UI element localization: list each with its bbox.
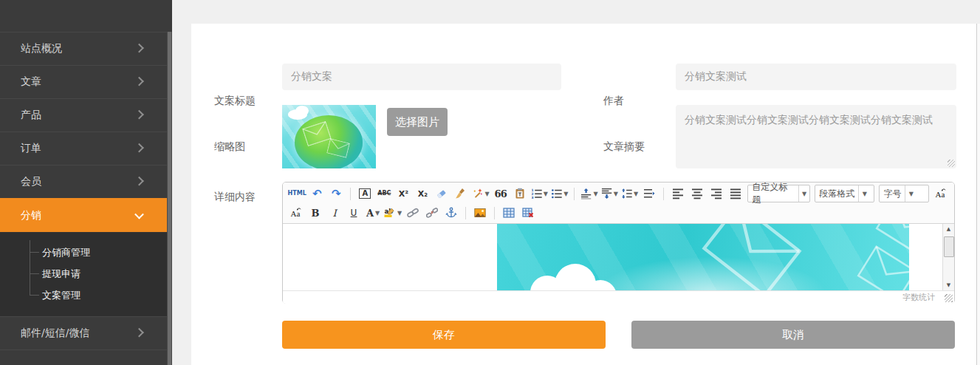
strikethrough-button[interactable]: ABC xyxy=(375,185,393,202)
letter-case-button[interactable] xyxy=(932,185,950,202)
sidebar-item-articles[interactable]: 文章 xyxy=(0,65,172,98)
unlink-icon xyxy=(426,207,438,219)
editor-scrollbar-thumb[interactable] xyxy=(944,236,954,257)
paste-as-text-button[interactable] xyxy=(511,185,529,202)
sidebar-subitem-withdrawal-requests[interactable]: 提现申请 xyxy=(0,263,172,284)
italic-icon: I xyxy=(332,208,336,218)
source-code-button[interactable]: HTML xyxy=(287,185,306,202)
source-code-icon: HTML xyxy=(288,191,306,197)
sidebar-subitem-distributor-management[interactable]: 分销商管理 xyxy=(0,242,172,263)
underline-button[interactable]: U xyxy=(345,205,363,221)
thumbnail-label: 缩略图 xyxy=(214,140,245,154)
delete-table-button[interactable] xyxy=(519,205,537,221)
bold-button[interactable]: B xyxy=(306,205,324,221)
sidebar-item-distribution[interactable]: 分销 xyxy=(0,198,172,232)
redo-button[interactable]: ↷ xyxy=(327,185,345,202)
tableins-icon xyxy=(503,207,515,219)
tabledel-icon xyxy=(522,207,534,219)
undo-icon: ↶ xyxy=(312,188,322,199)
wand-icon xyxy=(472,188,483,199)
chevron-down-icon: ▼ xyxy=(858,185,870,202)
paragraph-format-select[interactable]: 段落格式▼ xyxy=(815,185,874,202)
toolbar-separator xyxy=(494,207,495,219)
indent-icon xyxy=(643,188,655,199)
custom-title-select[interactable]: 自定义标题▼ xyxy=(747,185,810,202)
subscript-button[interactable]: X₂ xyxy=(414,185,431,202)
choose-image-button[interactable]: 选择图片 xyxy=(387,108,448,136)
select-label: 段落格式 xyxy=(815,185,858,202)
font-size-select[interactable]: 字号▼ xyxy=(879,185,929,202)
anchor-button[interactable] xyxy=(442,205,460,221)
undo-button[interactable]: ↶ xyxy=(308,185,326,202)
auto-typeset-button[interactable]: ▼ xyxy=(471,185,490,202)
case-icon xyxy=(290,207,302,219)
image-icon xyxy=(474,207,486,219)
alignright-icon xyxy=(710,188,722,199)
cancel-button[interactable]: 取消 xyxy=(631,321,955,349)
insert-table-button[interactable] xyxy=(500,205,518,221)
unordered-list-button[interactable]: ▼ xyxy=(550,185,569,202)
dropdown-arrow-icon: ▼ xyxy=(634,191,638,197)
font-color-button[interactable]: A▼ xyxy=(364,205,382,221)
space-before-button[interactable]: ▼ xyxy=(580,185,598,202)
blockquote-button[interactable]: 66 xyxy=(492,185,510,202)
font-color-icon: A xyxy=(366,208,374,218)
scroll-down-icon[interactable]: ▼ xyxy=(943,280,954,290)
sidebar-item-label: 订单 xyxy=(21,142,41,155)
line-height-button[interactable]: ▼ xyxy=(620,185,639,202)
space-after-button[interactable]: ▼ xyxy=(600,185,619,202)
sidebar-next-item-partial xyxy=(0,349,172,356)
toolbar-separator xyxy=(574,188,575,200)
word-count-label[interactable]: 字数统计 xyxy=(902,292,935,303)
align-justify-button[interactable] xyxy=(727,185,744,202)
superscript-button[interactable]: X² xyxy=(394,185,412,202)
highlight-button[interactable]: ▼ xyxy=(383,205,402,221)
editor-scrollbar[interactable]: ▲ ▼ xyxy=(942,224,954,290)
olist-icon xyxy=(531,188,542,199)
case-icon xyxy=(935,188,947,199)
sidebar-item-orders[interactable]: 订单 xyxy=(0,132,172,165)
insert-image-button[interactable] xyxy=(471,205,489,221)
remove-format-button[interactable] xyxy=(433,185,450,202)
plain-text-icon: A xyxy=(359,188,371,199)
sidebar-scrollbar[interactable] xyxy=(167,32,172,365)
author-label: 作者 xyxy=(603,95,624,108)
scroll-up-icon[interactable]: ▲ xyxy=(943,224,954,234)
italic-button[interactable]: I xyxy=(326,205,343,221)
copy-title-input[interactable] xyxy=(282,64,561,90)
plain-text-button[interactable]: A xyxy=(356,185,374,202)
indent-button[interactable] xyxy=(640,185,658,202)
select-label: 自定义标题 xyxy=(748,185,798,202)
dropdown-arrow-icon: ▼ xyxy=(563,191,568,197)
chevron-right-icon xyxy=(134,143,144,153)
bold-icon: B xyxy=(312,208,320,218)
author-input[interactable] xyxy=(676,64,956,90)
sidebar-item-email-sms-wechat[interactable]: 邮件/短信/微信 xyxy=(0,316,172,349)
sidebar-submenu-distribution: 分销商管理提现申请文案管理 xyxy=(0,232,172,316)
sidebar-item-products[interactable]: 产品 xyxy=(0,98,172,132)
sidebar-item-members[interactable]: 会员 xyxy=(0,165,172,198)
save-button[interactable]: 保存 xyxy=(282,321,606,349)
editor-content-area[interactable]: ▲ ▼ xyxy=(283,224,954,290)
format-brush-button[interactable] xyxy=(452,185,470,202)
subscript-icon: X₂ xyxy=(418,190,428,198)
unlink-button[interactable] xyxy=(423,205,441,221)
sidebar-subitem-copy-management[interactable]: 文案管理 xyxy=(0,284,172,306)
link-button[interactable] xyxy=(404,205,422,221)
sidebar-scrollbar-thumb[interactable] xyxy=(168,32,171,365)
sidebar-item-site-overview[interactable]: 站点概况 xyxy=(0,32,172,65)
dropdown-arrow-icon: ▼ xyxy=(544,191,548,197)
ordered-list-button[interactable]: ▼ xyxy=(530,185,549,202)
align-center-button[interactable] xyxy=(688,185,706,202)
chevron-right-icon xyxy=(134,328,144,338)
sidebar-menu: 站点概况文章产品订单会员分销分销商管理提现申请文案管理邮件/短信/微信 xyxy=(0,32,172,356)
brush-icon xyxy=(455,188,467,199)
align-left-button[interactable] xyxy=(669,185,687,202)
chevron-down-icon xyxy=(134,209,144,219)
summary-textarea[interactable] xyxy=(676,105,956,168)
chevron-right-icon xyxy=(134,77,144,86)
lineheight-icon xyxy=(621,188,632,199)
editor-toolbar: HTML↶↷AABCX²X₂▼66▼▼▼▼▼自定义标题▼段落格式▼字号▼ BIU… xyxy=(283,182,954,224)
letter-case-alt-button[interactable] xyxy=(287,205,305,221)
align-right-button[interactable] xyxy=(707,185,725,202)
